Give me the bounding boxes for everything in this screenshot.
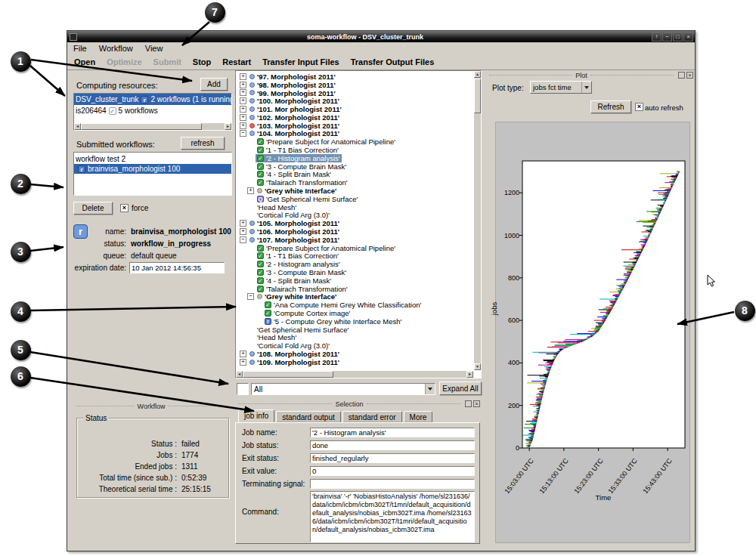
expand-icon[interactable]: + — [240, 89, 246, 96]
tree-row[interactable]: ✓'4 - Split Brain Mask' — [237, 171, 472, 179]
shade-button[interactable]: ↑ — [652, 32, 662, 42]
window-menu-icon[interactable] — [70, 33, 77, 41]
tree-row[interactable]: 'Cortical Fold Arg (3.0)' — [237, 341, 472, 350]
tree-row[interactable]: +'99. Morphologist 2011' — [237, 89, 472, 97]
job-field-value[interactable] — [310, 479, 475, 489]
job-field-value[interactable]: '2 - Histogram analysis' — [310, 428, 475, 437]
expand-icon[interactable]: + — [240, 122, 246, 129]
resource-row[interactable]: DSV_cluster_trunkr2 workflows (1 is runn… — [74, 94, 231, 105]
expand-icon[interactable]: + — [240, 351, 246, 357]
scroll-right-icon[interactable]: ► — [466, 371, 473, 378]
title-bar[interactable]: soma-workflow - DSV_cluster_trunk ↑ − □ … — [67, 31, 695, 42]
scroll-left-icon[interactable]: ◄ — [74, 123, 81, 130]
scrollbar-track[interactable] — [81, 123, 225, 130]
scrollbar-thumb[interactable] — [81, 123, 202, 130]
tree-item[interactable]: ✓'1 - T1 Bias Correction' — [256, 252, 340, 261]
tree-item[interactable]: '104. Morphologist 2011' — [248, 130, 341, 138]
tree-item[interactable]: '107. Morphologist 2011' — [248, 236, 341, 244]
close-dock-icon[interactable]: × — [686, 72, 693, 79]
collapse-icon[interactable]: − — [247, 293, 254, 300]
tree-row[interactable]: +'Grey white Interface' — [237, 187, 472, 195]
tree-row[interactable]: +'106. Morphologist 2011' — [237, 227, 472, 236]
tree-row[interactable]: +'98. Morphologist 2011' — [237, 81, 472, 89]
expand-icon[interactable]: + — [240, 97, 246, 104]
collapse-icon[interactable]: − — [240, 236, 246, 243]
tree-item[interactable]: '99. Morphologist 2011' — [248, 89, 337, 97]
tree-row[interactable]: +'101. Mor phologist 2011' — [237, 105, 472, 113]
computing-resources-list[interactable]: DSV_cluster_trunkr2 workflows (1 is runn… — [73, 93, 232, 131]
tree-item[interactable]: '103. Morphologist 2011' — [248, 122, 341, 130]
expand-icon[interactable]: + — [240, 106, 246, 113]
menu-view[interactable]: View — [139, 43, 169, 54]
toolbar-open-button[interactable]: Open — [70, 56, 100, 68]
tree-row[interactable]: ✓'3 - Compute Brain Mask' — [237, 268, 472, 276]
tree-item[interactable]: 'Cortical Fold Arg (3.0)' — [256, 341, 331, 350]
filter-edit[interactable] — [237, 383, 249, 395]
tree-row[interactable]: ✓'Talairach Transformation' — [237, 178, 472, 187]
tree-row[interactable]: +'109. Morphologist 2011' — [237, 358, 472, 366]
tree-row[interactable]: 'Head Mesh' — [237, 334, 472, 342]
tree-row[interactable]: Q'Get Spherical Hemi Surface' — [237, 195, 472, 203]
auto-refresh-checkbox[interactable]: × — [635, 103, 643, 111]
horizontal-scrollbar[interactable]: ◄ ► — [236, 371, 473, 378]
filter-combo[interactable]: All — [251, 383, 435, 395]
tree-item[interactable]: ✓'2 - Histogram analysis' — [256, 154, 342, 162]
tree-row[interactable]: 'Cortical Fold Arg (3.0)' — [237, 212, 472, 220]
tree-row[interactable]: +'105. Morphologist 2011' — [237, 219, 472, 227]
workflow-dock-header[interactable]: Workflow — [73, 401, 229, 411]
tree-row[interactable]: r'5 - Compute Grey white Interface Mesh' — [237, 317, 472, 326]
tree-item[interactable]: ✓'Prepare Subject for Anatomical Pipelin… — [256, 244, 397, 252]
workflow-row[interactable]: workflow test 2 — [74, 154, 231, 164]
tree-item[interactable]: ✓'4 - Split Brain Mask' — [256, 276, 333, 285]
tree-row[interactable]: +'97. Morphologist 2011' — [237, 73, 472, 81]
tree-row[interactable]: ✓'1 - T1 Bias Correction' — [237, 146, 472, 154]
close-dock-icon[interactable]: × — [473, 400, 480, 407]
tree-row[interactable]: 'Get Spherical Hemi Surface' — [237, 326, 472, 334]
tree-item[interactable]: ✓'Prepare Subject for Anatomical Pipelin… — [256, 137, 397, 146]
scroll-up-icon[interactable]: ▲ — [474, 71, 481, 78]
tree-item[interactable]: '97. Morphologist 2011' — [248, 73, 337, 81]
maximize-button[interactable]: □ — [673, 32, 683, 42]
job-field-value[interactable]: 0 — [310, 466, 475, 476]
tree-item[interactable]: ✓'3 - Compute Brain Mask' — [256, 162, 348, 171]
job-field-value[interactable]: done — [310, 440, 475, 450]
expiration-date-input[interactable]: 10 Jan 2012 14:56:35 — [129, 262, 225, 273]
toolbar-restart-button[interactable]: Restart — [218, 56, 256, 68]
tree-item[interactable]: '98. Morphologist 2011' — [248, 81, 337, 89]
tree-row[interactable]: −'Grey white Interface' — [237, 293, 472, 301]
tree-item[interactable]: '101. Mor phologist 2011' — [248, 105, 343, 113]
scroll-right-icon[interactable]: ► — [225, 123, 231, 130]
menu-file[interactable]: File — [67, 43, 93, 54]
toolbar-transfer-output-files-button[interactable]: Transfer Output Files — [346, 56, 439, 68]
tree-row[interactable]: 'Head Mesh' — [237, 203, 472, 212]
tree-item[interactable]: 'Get Spherical Hemi Surface' — [256, 326, 350, 334]
menu-workflow[interactable]: Workflow — [93, 43, 139, 54]
scrollbar-thumb[interactable] — [474, 79, 481, 113]
tree-item[interactable]: ✓'4 - Split Brain Mask' — [256, 171, 333, 179]
scroll-left-icon[interactable]: ◄ — [236, 371, 243, 378]
tree-row[interactable]: +'108. Morphologist 2011' — [237, 350, 472, 358]
delete-workflow-button[interactable]: Delete — [73, 202, 113, 215]
tree-item[interactable]: '108. Morphologist 2011' — [248, 350, 341, 358]
tab-standard-output[interactable]: standard output — [276, 411, 341, 422]
workflow-tree[interactable]: +'97. Morphologist 2011'+'98. Morphologi… — [235, 70, 482, 378]
tree-row[interactable]: −'107. Morphologist 2011' — [237, 236, 472, 244]
expand-icon[interactable]: + — [240, 359, 246, 366]
expand-icon[interactable]: + — [240, 114, 246, 121]
force-checkbox[interactable]: × — [120, 204, 129, 212]
horizontal-scrollbar[interactable]: ◄ ► — [74, 123, 231, 130]
float-dock-icon[interactable] — [465, 400, 472, 407]
minimize-button[interactable]: − — [662, 32, 672, 42]
expand-all-button[interactable]: Expand All — [439, 381, 482, 395]
tree-row[interactable]: ✓'Prepare Subject for Anatomical Pipelin… — [237, 244, 472, 252]
tree-item[interactable]: 'Cortical Fold Arg (3.0)' — [256, 212, 331, 220]
plot-refresh-button[interactable]: Refresh — [590, 100, 631, 113]
plot-type-combo[interactable]: jobs fct time — [530, 81, 592, 94]
expand-icon[interactable]: + — [247, 187, 254, 194]
chevron-down-icon[interactable] — [425, 384, 435, 394]
tree-item[interactable]: 'Grey white Interface' — [256, 187, 338, 195]
tree-row[interactable]: ✓'1 - T1 Bias Correction' — [237, 252, 472, 261]
tree-item[interactable]: 'Head Mesh' — [256, 203, 298, 212]
job-field-value[interactable]: 'brainvisa' '-r' 'NobiasHistoAnalysis' /… — [310, 491, 475, 542]
expand-icon[interactable]: + — [240, 73, 246, 80]
